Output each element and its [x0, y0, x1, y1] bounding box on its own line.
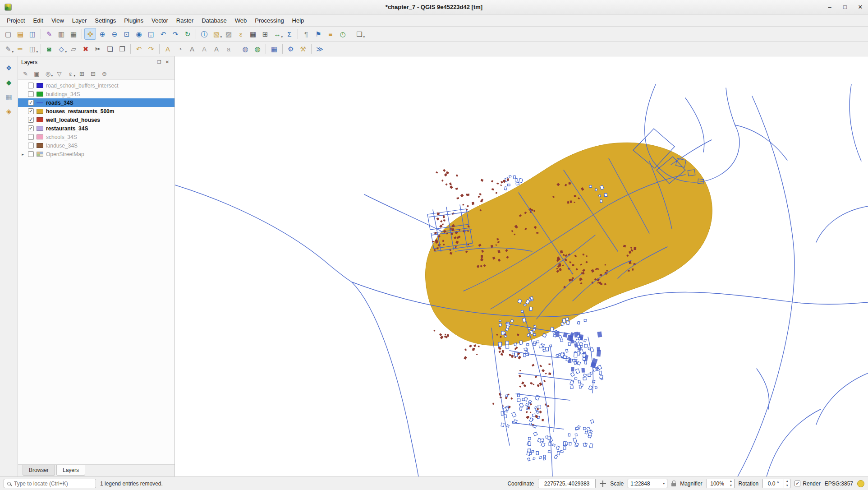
zoom-next-icon[interactable]: ↷ [170, 28, 181, 40]
expand-arrow-icon[interactable]: ▸ [20, 152, 25, 157]
python-console-icon[interactable]: ≫ [314, 43, 326, 55]
copy-features-icon[interactable]: ❏ [104, 43, 116, 55]
zoom-to-layer-icon[interactable]: ◱ [145, 28, 157, 40]
rotation-spinbox[interactable]: ▲▼ [762, 479, 790, 488]
layer-checkbox[interactable] [28, 151, 34, 157]
coordinate-input[interactable] [538, 479, 596, 488]
identify-features-icon[interactable]: ⓘ [198, 28, 210, 40]
float-panel-icon[interactable]: ❐ [155, 58, 163, 66]
layer-checkbox[interactable] [28, 91, 34, 97]
layer-checkbox[interactable] [28, 83, 34, 88]
delete-selected-icon[interactable]: ✖ [80, 43, 92, 55]
menu-project[interactable]: Project [3, 15, 29, 26]
add-raster-layer-icon[interactable]: ▦ [3, 91, 15, 102]
layer-checkbox[interactable] [28, 143, 34, 148]
zoom-in-icon[interactable]: ⊕ [96, 28, 108, 40]
layer-item-restaurants_34S[interactable]: ✓restaurants_34S [18, 124, 175, 133]
save-layer-edits-icon[interactable]: ◫▾ [27, 43, 38, 55]
temporal-controller-icon[interactable]: ◷ [337, 28, 349, 40]
menu-database[interactable]: Database [197, 15, 231, 26]
pan-map-icon[interactable]: ✜ [84, 28, 96, 40]
zoom-full-icon[interactable]: ⊡ [121, 28, 133, 40]
menu-help[interactable]: Help [288, 15, 308, 26]
magnifier-input[interactable] [707, 479, 728, 488]
open-attribute-table-icon[interactable]: ▦ [247, 28, 259, 40]
layer-checkbox[interactable]: ✓ [28, 117, 34, 123]
new-bookmark-icon[interactable]: ⚑ [312, 28, 324, 40]
close-panel-icon[interactable]: ✕ [163, 58, 171, 66]
remove-layer-icon[interactable]: ⊖ [99, 69, 110, 79]
layer-item-landuse_34S[interactable]: landuse_34S [18, 141, 175, 150]
epsg-badge[interactable]: EPSG:3857 [825, 481, 853, 487]
layer-item-schools_34S[interactable]: schools_34S [18, 133, 175, 141]
manage-map-themes-icon[interactable]: ◎▾ [43, 69, 53, 79]
scale-combo[interactable]: 1:22848 ▾ [628, 479, 667, 488]
paste-features-icon[interactable]: ❐ [116, 43, 128, 55]
spin-up-icon[interactable]: ▲ [784, 479, 790, 484]
layer-item-OpenStreetMap[interactable]: ▸OpenStreetMap [18, 150, 175, 158]
deselect-features-icon[interactable]: ▨ [223, 28, 234, 40]
menu-raster[interactable]: Raster [172, 15, 197, 26]
processing-history-icon[interactable]: ⚒ [297, 43, 309, 55]
field-calculator-icon[interactable]: ⊞ [259, 28, 271, 40]
filter-legend-icon[interactable]: ▽ [54, 69, 64, 79]
new-map-view-icon[interactable]: ❏▾ [354, 28, 365, 40]
locate-input[interactable] [14, 481, 92, 487]
menu-processing[interactable]: Processing [251, 15, 288, 26]
layer-item-buildings_34S[interactable]: buildings_34S [18, 90, 175, 98]
statistical-summary-icon[interactable]: Σ [284, 28, 295, 40]
tab-layers[interactable]: Layers [56, 465, 85, 476]
new-project-icon[interactable]: ▢ [2, 28, 14, 40]
open-project-icon[interactable]: ▤ [14, 28, 26, 40]
message-log-icon[interactable] [857, 480, 864, 487]
pin-labels-icon[interactable]: A [186, 43, 198, 55]
add-feature-icon[interactable]: ◙ [43, 43, 55, 55]
toggle-editing-icon[interactable]: ✏ [14, 43, 26, 55]
spin-down-icon[interactable]: ▼ [784, 484, 790, 488]
maximize-button[interactable]: □ [837, 0, 853, 14]
menu-web[interactable]: Web [231, 15, 251, 26]
add-group-icon[interactable]: ▣ [32, 69, 42, 79]
osm-download-icon[interactable]: ◍ [252, 43, 263, 55]
cut-features-icon[interactable]: ✂ [92, 43, 104, 55]
layer-item-roads_34S[interactable]: ✓roads_34S [18, 98, 175, 107]
map-tips-icon[interactable]: ¶ [300, 28, 312, 40]
spin-arrows[interactable]: ▲▼ [784, 479, 790, 488]
layer-item-houses_restaurants_500m[interactable]: ✓houses_restaurants_500m [18, 107, 175, 116]
select-by-expression-icon[interactable]: ε [235, 28, 247, 40]
magnifier-spinbox[interactable]: ▲▼ [707, 479, 735, 488]
layer-checkbox[interactable]: ✓ [28, 125, 34, 131]
move-label-icon[interactable]: A [211, 43, 222, 55]
processing-toolbox-icon[interactable]: ⚙ [285, 43, 297, 55]
layer-item-well_located_houses[interactable]: ✓well_located_houses [18, 116, 175, 124]
layer-labeling-icon[interactable]: A [162, 43, 174, 55]
lock-scale-icon[interactable] [671, 483, 676, 486]
show-bookmarks-icon[interactable]: ≡ [325, 28, 336, 40]
menu-view[interactable]: View [47, 15, 68, 26]
open-layer-styling-icon[interactable]: ✎ [20, 69, 31, 79]
osm-place-search-icon[interactable]: ◍ [239, 43, 251, 55]
measure-line-icon[interactable]: ↔▾ [271, 28, 283, 40]
rotate-label-icon[interactable]: a [223, 43, 234, 55]
undo-icon[interactable]: ↶ [133, 43, 145, 55]
locate-box[interactable] [4, 479, 96, 488]
spin-up-icon[interactable]: ▲ [728, 479, 734, 484]
zoom-last-icon[interactable]: ↶ [157, 28, 169, 40]
minimize-button[interactable]: – [822, 0, 837, 14]
map-canvas[interactable] [175, 56, 868, 476]
menu-settings[interactable]: Settings [91, 15, 120, 26]
layer-item-road_school_buffers_intersect[interactable]: road_school_buffers_intersect [18, 81, 175, 90]
menu-layer[interactable]: Layer [68, 15, 91, 26]
filter-by-expression-icon[interactable]: ε▾ [65, 69, 76, 79]
layer-checkbox[interactable]: ✓ [28, 108, 34, 114]
spin-down-icon[interactable]: ▼ [728, 484, 734, 488]
render-checkbox[interactable]: ✓ [795, 481, 800, 486]
layer-checkbox[interactable]: ✓ [28, 100, 34, 106]
spin-arrows[interactable]: ▲▼ [728, 479, 734, 488]
close-button[interactable]: ✕ [853, 0, 868, 14]
data-source-manager-icon[interactable]: ❖ [3, 62, 15, 74]
expand-all-icon[interactable]: ⊞ [77, 69, 87, 79]
style-manager-icon[interactable]: ✎ [43, 28, 55, 40]
layer-checkbox[interactable] [28, 134, 34, 140]
zoom-out-icon[interactable]: ⊖ [109, 28, 120, 40]
